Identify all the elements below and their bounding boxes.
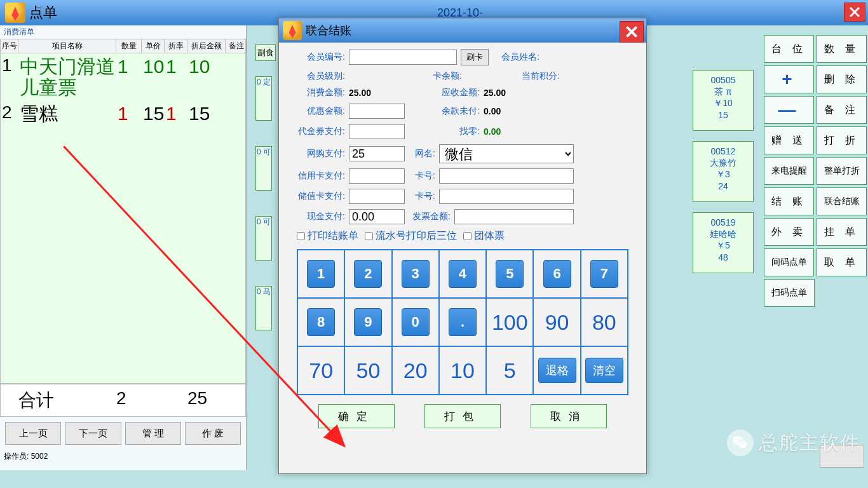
product-card[interactable]: 00519 娃哈哈 ￥5 48 — [693, 212, 754, 273]
receivable-label: 应收金额: — [429, 87, 480, 98]
key-2[interactable]: 2 — [344, 250, 391, 298]
key-80[interactable]: 80 — [581, 298, 628, 346]
remark-button[interactable]: 备 注 — [817, 96, 867, 124]
stored-input[interactable] — [349, 189, 405, 204]
key-5[interactable]: 5 — [486, 250, 533, 298]
check-group-box[interactable] — [463, 232, 471, 240]
cell-remark — [226, 100, 247, 126]
key-0[interactable]: 0 — [392, 298, 439, 346]
online-name-select[interactable]: 微信 — [439, 144, 574, 163]
retrieve-button[interactable]: 取 单 — [817, 248, 867, 276]
barcode-order-button[interactable]: 间码点单 — [764, 248, 814, 276]
key-clear[interactable]: 清空 — [581, 346, 628, 395]
all-discount-button[interactable]: 整单打折 — [817, 157, 867, 185]
key-90[interactable]: 90 — [533, 298, 580, 346]
keypad: 1 2 3 4 5 6 7 8 9 0 . 100 90 80 70 50 20 — [297, 249, 628, 395]
credit-card-input[interactable] — [439, 168, 574, 184]
check-group[interactable]: 团体票 — [463, 229, 505, 243]
manage-button[interactable]: 管 理 — [125, 422, 181, 445]
cancel-button[interactable]: 取消 — [531, 404, 607, 428]
key-3[interactable]: 3 — [392, 250, 439, 298]
unpaid-value: 0.00 — [484, 106, 501, 116]
minus-button[interactable]: — — [764, 96, 814, 124]
online-name-label: 网名: — [409, 148, 435, 159]
invoice-input[interactable] — [454, 209, 574, 224]
product-price: ￥10 — [695, 97, 752, 109]
order-row[interactable]: 2 雪糕 1 15 1 15 — [1, 100, 245, 126]
prev-page-button[interactable]: 上一页 — [5, 422, 61, 445]
quantity-button[interactable]: 数 量 — [817, 35, 867, 63]
caller-button[interactable]: 来电提醒 — [764, 157, 814, 185]
consume-label: 消费金额: — [297, 87, 345, 98]
product-sliver[interactable]: 0 可 — [255, 216, 272, 261]
hold-button[interactable]: 挂 单 — [817, 218, 867, 246]
gift-button[interactable]: 赠 送 — [764, 126, 814, 154]
delete-button[interactable]: 删 除 — [817, 65, 867, 93]
cash-input[interactable] — [349, 209, 405, 224]
modal-actions: 确定 打包 取消 — [297, 395, 628, 437]
operator-label: 操作员: — [4, 452, 29, 461]
product-card[interactable]: 00505 茶 π ￥10 15 — [693, 70, 754, 131]
product-cards: 00505 茶 π ￥10 15 00512 大豫竹 ￥3 24 00519 娃… — [693, 70, 754, 273]
col-name: 项目名称 — [18, 39, 116, 53]
modal-close-button[interactable] — [620, 21, 644, 43]
key-6[interactable]: 6 — [533, 250, 580, 298]
pack-button[interactable]: 打包 — [424, 404, 501, 428]
stored-card-input[interactable] — [439, 189, 574, 204]
product-sliver[interactable]: 0 马 — [255, 286, 272, 330]
next-page-button[interactable]: 下一页 — [65, 422, 121, 445]
confirm-button[interactable]: 确定 — [318, 404, 395, 428]
checkout-button[interactable]: 结 账 — [764, 187, 814, 215]
key-5v[interactable]: 5 — [486, 346, 533, 395]
key-1[interactable]: 1 — [297, 250, 344, 298]
key-7[interactable]: 7 — [581, 250, 628, 298]
operator-info: 操作员: 5002 — [0, 450, 246, 463]
col-seq: 序号 — [1, 39, 18, 53]
watermark: 总舵主软件 — [727, 430, 860, 456]
discount-button[interactable]: 打 折 — [817, 126, 867, 154]
key-9[interactable]: 9 — [344, 298, 391, 346]
modal-titlebar: 联合结账 — [279, 18, 646, 43]
operator-value: 5002 — [31, 452, 48, 461]
key-100[interactable]: 100 — [486, 298, 533, 346]
key-50[interactable]: 50 — [344, 346, 391, 395]
product-code: 00505 — [695, 74, 752, 86]
main-close-button[interactable] — [844, 3, 865, 22]
check-serial[interactable]: 流水号打印后三位 — [365, 229, 457, 243]
plus-button[interactable]: + — [764, 65, 814, 93]
product-card[interactable]: 00512 大豫竹 ￥3 24 — [693, 141, 754, 202]
online-pay-input[interactable] — [349, 146, 405, 161]
check-print-bill[interactable]: 打印结账单 — [297, 229, 358, 243]
swipe-card-button[interactable]: 刷卡 — [461, 49, 489, 65]
order-row[interactable]: 1 中天门滑道儿童票 1 10 1 10 — [1, 53, 245, 100]
discount-input[interactable] — [349, 104, 405, 119]
member-id-input[interactable] — [349, 50, 457, 65]
invoice-label: 发票金额: — [409, 211, 451, 222]
key-4[interactable]: 4 — [439, 250, 486, 298]
app-title: 点单 — [29, 3, 57, 22]
joint-checkout-modal: 联合结账 会员编号: 刷卡 会员姓名: 会员级别: 卡余额: 当前积分: 消费金… — [278, 18, 647, 474]
key-backspace[interactable]: 退格 — [533, 346, 580, 395]
order-panel: 消费清单 序号 项目名称 数量 单价 折率 折后金额 备注 1 中天门滑道儿童票… — [0, 25, 247, 470]
void-button[interactable]: 作 废 — [185, 422, 241, 445]
key-8[interactable]: 8 — [297, 298, 344, 346]
credit-input[interactable] — [349, 168, 405, 184]
card-balance-label: 卡余额: — [423, 71, 462, 82]
total-qty: 2 — [116, 388, 142, 412]
joint-checkout-button[interactable]: 联合结账 — [817, 187, 867, 215]
product-sliver[interactable]: 0 定 — [255, 76, 272, 121]
takeout-button[interactable]: 外 卖 — [764, 218, 814, 246]
key-10[interactable]: 10 — [439, 346, 486, 395]
check-print-bill-box[interactable] — [297, 232, 305, 240]
voucher-input[interactable] — [349, 124, 405, 139]
scan-order-button[interactable]: 扫码点单 — [764, 279, 815, 307]
right-action-panel: 台 位数 量 +删 除 —备 注 赠 送打 折 来电提醒整单打折 结 账联合结账… — [764, 35, 867, 309]
check-serial-box[interactable] — [365, 232, 373, 240]
total-amt: 25 — [187, 388, 226, 412]
table-button[interactable]: 台 位 — [764, 35, 814, 63]
category-tab-fushi[interactable]: 副食 — [255, 44, 276, 61]
product-sliver[interactable]: 0 可 — [255, 146, 272, 191]
key-70[interactable]: 70 — [297, 346, 344, 395]
key-dot[interactable]: . — [439, 298, 486, 346]
key-20[interactable]: 20 — [392, 346, 439, 395]
